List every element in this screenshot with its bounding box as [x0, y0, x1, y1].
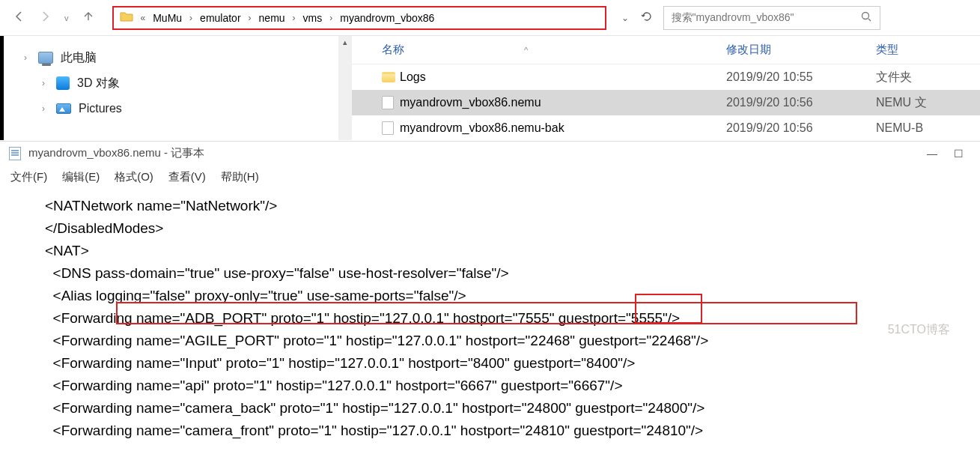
file-name: myandrovm_vbox86.nemu: [400, 96, 726, 109]
breadcrumb-prefix: «: [139, 13, 147, 23]
search-placeholder: 搜索"myandrovm_vbox86": [672, 11, 794, 25]
file-date: 2019/9/20 10:56: [726, 96, 876, 109]
col-date[interactable]: 修改日期: [726, 43, 876, 57]
window-controls: — ☐: [927, 148, 971, 160]
highlight-adb-line: [116, 302, 857, 324]
chevron-right-icon: ›: [328, 13, 334, 23]
file-row[interactable]: myandrovm_vbox86.nemu-bak2019/9/20 10:56…: [352, 115, 980, 141]
file-name: myandrovm_vbox86.nemu-bak: [400, 121, 726, 135]
file-type: 文件夹: [876, 70, 912, 85]
menu-format[interactable]: 格式(O): [109, 167, 159, 187]
crumb-0[interactable]: MuMu: [153, 12, 182, 24]
file-row[interactable]: Logs2019/9/20 10:55文件夹: [352, 64, 980, 90]
notepad-icon: [9, 147, 21, 160]
tree-label: Pictures: [79, 102, 122, 115]
code-line: <NAT>: [45, 240, 980, 262]
file-icon: [382, 121, 394, 135]
menu-file[interactable]: 文件(F): [4, 167, 53, 187]
back-button[interactable]: [13, 10, 25, 25]
chevron-right-icon: ›: [291, 13, 297, 23]
notepad-menu: 文件(F) 编辑(E) 格式(O) 查看(V) 帮助(H): [0, 165, 980, 189]
code-line: <NATNetwork name="NatNetwork"/>: [45, 195, 980, 217]
svg-point-0: [862, 13, 868, 19]
forward-button[interactable]: [39, 10, 51, 25]
explorer-address-bar: v « MuMu › emulator › nemu › vms › myand…: [0, 0, 980, 36]
file-type: NEMU-B: [876, 121, 923, 135]
file-icon: [382, 96, 394, 109]
chevron-right-icon: ›: [38, 103, 49, 114]
tree-3d-objects[interactable]: › 3D 对象: [20, 70, 352, 96]
code-line: </DisabledModes>: [45, 217, 980, 240]
search-input[interactable]: 搜索"myandrovm_vbox86": [663, 6, 880, 30]
code-line: <Forwarding name="camera_front" proto="1…: [45, 420, 980, 442]
col-type[interactable]: 类型: [876, 43, 898, 57]
pictures-icon: [56, 103, 71, 114]
nav-buttons: v: [0, 10, 108, 25]
notepad-titlebar: myandrovm_vbox86.nemu - 记事本 — ☐: [0, 141, 980, 165]
crumb-3[interactable]: vms: [303, 12, 323, 24]
tree-label: 此电脑: [61, 50, 97, 66]
address-actions: ⌄: [611, 10, 663, 25]
tree-label: 3D 对象: [77, 76, 120, 91]
highlight-port-7555: [635, 294, 702, 324]
code-line: <Forwarding name="Input" proto="1" hosti…: [45, 352, 980, 375]
up-button[interactable]: [82, 10, 94, 25]
chevron-right-icon: ›: [247, 13, 253, 23]
chevron-right-icon: ›: [188, 13, 194, 23]
chevron-right-icon: ›: [38, 78, 49, 88]
file-name: Logs: [400, 70, 726, 84]
minimize-button[interactable]: —: [927, 148, 937, 160]
tree-pictures[interactable]: › Pictures: [20, 96, 352, 121]
recent-dropdown[interactable]: v: [64, 13, 69, 22]
folder-tree: › 此电脑 › 3D 对象 › Pictures: [0, 36, 352, 140]
maximize-button[interactable]: ☐: [954, 148, 964, 160]
breadcrumb[interactable]: « MuMu › emulator › nemu › vms › myandro…: [112, 6, 606, 30]
search-icon: [860, 10, 872, 25]
code-line: <Forwarding name="AGILE_PORT" proto="1" …: [45, 330, 980, 352]
crumb-1[interactable]: emulator: [200, 12, 240, 24]
code-line: <DNS pass-domain="true" use-proxy="false…: [45, 262, 980, 285]
dropdown-icon[interactable]: ⌄: [621, 13, 629, 23]
menu-help[interactable]: 帮助(H): [215, 167, 265, 187]
col-name[interactable]: 名称^: [382, 43, 726, 57]
menu-edit[interactable]: 编辑(E): [56, 167, 106, 187]
watermark: 51CTO博客: [888, 322, 950, 338]
crumb-2[interactable]: nemu: [259, 12, 285, 24]
file-row[interactable]: myandrovm_vbox86.nemu2019/9/20 10:56NEMU…: [352, 90, 980, 115]
crumb-4[interactable]: myandrovm_vbox86: [340, 12, 434, 24]
menu-view[interactable]: 查看(V): [162, 167, 212, 187]
sort-asc-icon: ^: [524, 46, 528, 55]
explorer-body: › 此电脑 › 3D 对象 › Pictures 名称^ 修改日期 类型 Log…: [0, 36, 980, 141]
code-line: <Forwarding name="api" proto="1" hostip=…: [45, 375, 980, 397]
file-list-headers: 名称^ 修改日期 类型: [352, 36, 980, 64]
file-date: 2019/9/20 10:55: [726, 70, 876, 84]
computer-icon: [38, 52, 53, 64]
file-type: NEMU 文: [876, 95, 927, 111]
cube-icon: [56, 76, 70, 90]
tree-this-pc[interactable]: › 此电脑: [20, 45, 352, 70]
notepad-content[interactable]: <NATNetwork name="NatNetwork"/></Disable…: [0, 189, 980, 442]
folder-icon: [120, 10, 133, 25]
notepad-title: myandrovm_vbox86.nemu - 记事本: [28, 146, 204, 160]
folder-icon: [382, 72, 395, 82]
file-list: 名称^ 修改日期 类型 Logs2019/9/20 10:55文件夹myandr…: [352, 36, 980, 140]
file-date: 2019/9/20 10:56: [726, 121, 876, 135]
tree-scrollbar[interactable]: [338, 36, 352, 140]
chevron-right-icon: ›: [20, 52, 31, 63]
code-line: <Forwarding name="camera_back" proto="1"…: [45, 397, 980, 420]
refresh-icon[interactable]: [641, 10, 653, 25]
